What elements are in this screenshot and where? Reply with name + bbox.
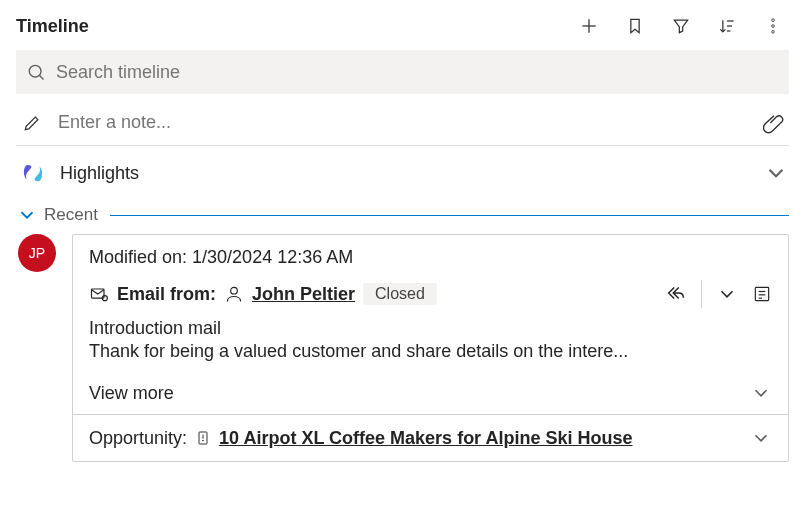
recent-label: Recent (44, 205, 98, 225)
timeline-card: Modified on: 1/30/2024 12:36 AM Email fr… (72, 234, 789, 462)
bookmark-button[interactable] (619, 10, 651, 42)
divider (110, 215, 789, 216)
sort-button[interactable] (711, 10, 743, 42)
filter-button[interactable] (665, 10, 697, 42)
person-icon (224, 284, 244, 304)
view-more-button[interactable]: View more (73, 372, 788, 414)
chevron-down-icon[interactable] (763, 160, 789, 186)
svg-point-7 (772, 25, 775, 28)
opportunity-label: Opportunity: (89, 428, 187, 449)
svg-point-6 (772, 19, 775, 22)
status-badge: Closed (363, 283, 437, 305)
email-preview: Thank for being a valued customer and sh… (89, 341, 772, 362)
search-bar[interactable] (16, 50, 789, 94)
page-title: Timeline (16, 16, 89, 37)
svg-point-13 (231, 287, 238, 294)
note-action-icon[interactable] (752, 284, 772, 304)
more-button[interactable] (757, 10, 789, 42)
chevron-down-icon[interactable] (750, 427, 772, 449)
avatar: JP (18, 234, 56, 272)
pencil-icon (22, 113, 42, 133)
svg-point-8 (772, 31, 775, 34)
email-from-label: Email from: (117, 284, 216, 305)
email-subject: Introduction mail (89, 318, 772, 339)
add-button[interactable] (573, 10, 605, 42)
modified-on: Modified on: 1/30/2024 12:36 AM (89, 247, 772, 268)
reply-all-icon[interactable] (665, 283, 687, 305)
view-more-label: View more (89, 383, 174, 404)
chevron-down-icon (750, 382, 772, 404)
search-input[interactable] (56, 62, 779, 83)
search-icon (26, 62, 46, 82)
highlights-label: Highlights (60, 163, 139, 184)
recent-section-header[interactable]: Recent (16, 204, 789, 226)
svg-point-20 (203, 440, 204, 441)
email-from-link[interactable]: John Peltier (252, 284, 355, 305)
email-icon (89, 284, 109, 304)
copilot-icon (20, 160, 46, 186)
highlights-section[interactable]: Highlights (16, 146, 789, 200)
opportunity-link[interactable]: 10 Airpot XL Coffee Makers for Alpine Sk… (219, 428, 632, 449)
svg-point-9 (29, 65, 41, 77)
chevron-down-icon (16, 204, 38, 226)
chevron-down-icon[interactable] (716, 283, 738, 305)
svg-line-10 (39, 75, 43, 79)
divider (701, 280, 702, 308)
opportunity-icon (195, 429, 211, 447)
note-input[interactable] (58, 112, 763, 133)
attachment-icon[interactable] (763, 112, 785, 134)
